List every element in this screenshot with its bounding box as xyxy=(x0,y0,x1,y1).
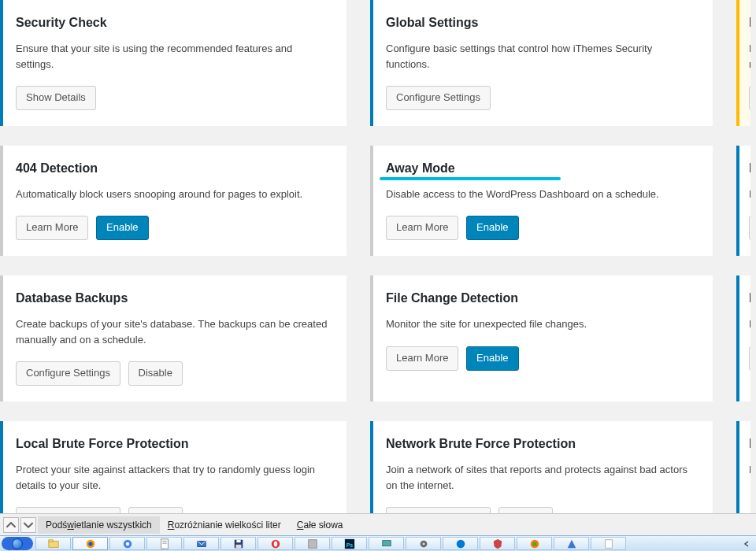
card-title: N xyxy=(749,16,750,30)
card-title: Global Settings xyxy=(386,16,697,30)
photoshop-icon: Ps xyxy=(344,538,355,549)
taskbar-item-app4[interactable] xyxy=(480,537,515,550)
card-description: Disable access to the WordPress Dashboar… xyxy=(386,187,697,202)
card-row: Security Check Ensure that your site is … xyxy=(0,0,756,126)
svg-text:Ps: Ps xyxy=(346,542,353,547)
chevron-down-icon xyxy=(23,520,34,531)
card-description: Marel xyxy=(749,41,750,72)
taskbar-item-firefox[interactable] xyxy=(72,537,108,550)
gear-icon xyxy=(418,538,429,549)
card-file-change-detection: File Change Detection Monitor the site f… xyxy=(370,276,713,401)
text-file-icon xyxy=(159,538,170,549)
find-next-button[interactable] xyxy=(20,517,36,533)
card-title: Database Backups xyxy=(16,291,331,305)
windows-taskbar: Ps xyxy=(0,535,756,551)
card-title: Local Brute Force Protection xyxy=(16,437,331,451)
card-file-permissions-partial: Fil Lis S xyxy=(736,276,750,401)
svg-point-20 xyxy=(422,542,425,545)
card-description: Bl xyxy=(749,187,750,202)
windows-orb-icon xyxy=(12,538,23,549)
taskbar-item-app5[interactable] xyxy=(517,537,552,550)
card-title: File Change Detection xyxy=(386,291,697,305)
svg-rect-11 xyxy=(236,539,240,542)
find-prev-button[interactable] xyxy=(3,517,19,533)
system-tray xyxy=(737,536,756,551)
learn-more-button[interactable]: Learn More xyxy=(386,216,458,240)
globe-icon xyxy=(529,538,540,549)
card-description: Monitor the site for unexpected file cha… xyxy=(386,316,697,332)
taskbar-item-photoshop[interactable]: Ps xyxy=(332,537,367,550)
card-title: Ba xyxy=(749,161,750,176)
configure-settings-button[interactable]: Configure Settings xyxy=(386,86,491,110)
taskbar-item-chrome[interactable] xyxy=(109,537,145,550)
card-global-settings: Global Settings Configure basic settings… xyxy=(370,0,713,126)
card-row: 404 Detection Automatically block users … xyxy=(0,146,756,256)
svg-point-3 xyxy=(88,542,92,545)
floppy-disk-icon xyxy=(233,538,244,549)
card-title: Away Mode xyxy=(386,161,697,176)
card-title: Network Brute Force Protection xyxy=(386,437,697,451)
chevron-left-icon xyxy=(743,541,750,547)
note-icon xyxy=(603,538,614,549)
find-bar: Podświetlanie wszystkich Rozróżnianie wi… xyxy=(0,513,756,535)
configure-button-partial[interactable]: C xyxy=(749,216,750,240)
opera-icon xyxy=(270,538,281,549)
svg-rect-24 xyxy=(605,539,612,548)
svg-point-21 xyxy=(456,539,465,548)
monitor-icon xyxy=(381,538,392,549)
taskbar-item-app[interactable] xyxy=(295,537,330,550)
card-title: Pa xyxy=(749,437,750,451)
learn-more-button[interactable]: Learn More xyxy=(16,216,88,240)
svg-point-23 xyxy=(532,542,536,545)
disable-button[interactable]: Disable xyxy=(128,361,183,386)
card-title: Security Check xyxy=(16,16,331,30)
card-title: Fil xyxy=(749,291,750,305)
configure-button-partial[interactable]: C xyxy=(749,86,750,110)
card-title: 404 Detection xyxy=(16,161,331,176)
find-match-case-toggle[interactable]: Rozróżnianie wielkości liter xyxy=(160,516,289,534)
shield-icon xyxy=(492,538,503,549)
firefox-icon xyxy=(85,538,96,549)
folder-icon xyxy=(48,538,59,549)
enable-button[interactable]: Enable xyxy=(466,346,518,371)
svg-rect-15 xyxy=(308,539,317,548)
configure-settings-button[interactable]: Configure Settings xyxy=(16,361,120,386)
card-notifications-partial: N Marel C xyxy=(736,0,750,126)
card-database-backups: Database Backups Create backups of your … xyxy=(0,276,346,401)
svg-point-14 xyxy=(273,541,276,546)
svg-rect-18 xyxy=(382,540,391,545)
svg-rect-12 xyxy=(235,544,241,547)
card-description: Create backups of your site's database. … xyxy=(16,316,331,347)
learn-more-button[interactable]: Learn More xyxy=(386,346,458,371)
tray-expand-button[interactable] xyxy=(740,538,753,550)
card-404-detection: 404 Detection Automatically block users … xyxy=(0,146,346,256)
show-button-partial[interactable]: S xyxy=(749,346,750,371)
card-row: Database Backups Create backups of your … xyxy=(0,276,756,401)
taskbar-item-app7[interactable] xyxy=(591,537,626,550)
app-icon xyxy=(307,538,318,549)
modules-grid: Security Check Ensure that your site is … xyxy=(0,0,756,547)
taskbar-item-app3[interactable] xyxy=(406,537,441,550)
chevron-up-icon xyxy=(6,520,17,531)
show-details-button[interactable]: Show Details xyxy=(16,86,96,110)
taskbar-item-notepad[interactable] xyxy=(146,537,182,550)
taskbar-item-app2[interactable] xyxy=(369,537,404,550)
enable-button[interactable]: Enable xyxy=(96,216,148,240)
taskbar-item-opera[interactable] xyxy=(258,537,293,550)
mail-icon xyxy=(196,538,207,549)
card-description: Ma xyxy=(749,462,750,478)
card-description: Ensure that your site is using the recom… xyxy=(16,41,331,72)
edge-icon xyxy=(455,538,466,549)
enable-button[interactable]: Enable xyxy=(466,216,518,240)
taskbar-item-thunderbird[interactable] xyxy=(183,537,219,550)
card-description: Configure basic settings that control ho… xyxy=(386,41,697,72)
chrome-icon xyxy=(122,538,133,549)
taskbar-item-edge[interactable] xyxy=(443,537,478,550)
taskbar-item-explorer[interactable] xyxy=(35,537,71,550)
taskbar-item-app6[interactable] xyxy=(554,537,589,550)
start-button[interactable] xyxy=(2,537,33,550)
find-whole-words-toggle[interactable]: Całe słowa xyxy=(289,516,351,534)
taskbar-item-save[interactable] xyxy=(220,537,256,550)
card-security-check: Security Check Ensure that your site is … xyxy=(0,0,346,126)
find-highlight-all-toggle[interactable]: Podświetlanie wszystkich xyxy=(38,516,160,534)
